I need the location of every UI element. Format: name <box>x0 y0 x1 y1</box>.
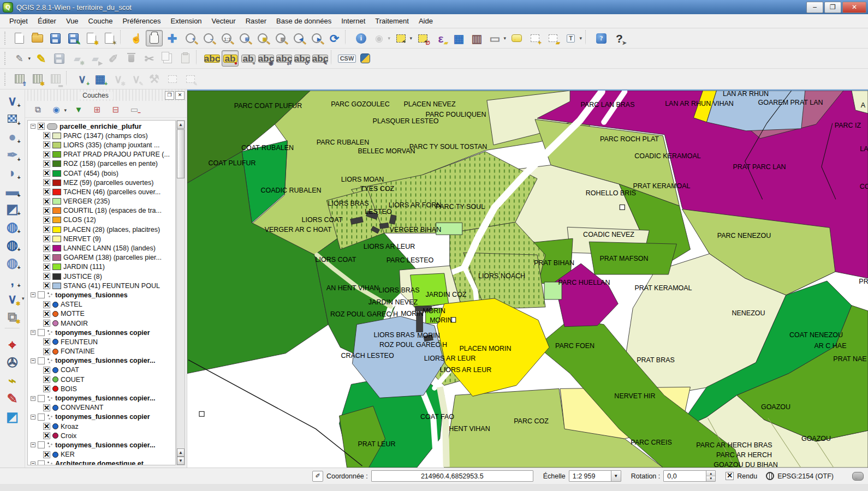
csw-catalog-button[interactable]: CSW <box>338 50 355 67</box>
layer-tree-row[interactable]: ✕ PARC (1347) (champs clos) <box>29 131 175 140</box>
zoom-last-button[interactable]: ◀ <box>290 30 307 46</box>
layer-tree-row[interactable]: toponymes_fusionnes copier... <box>29 393 175 403</box>
scroll-down-button[interactable]: ▼ <box>177 457 185 465</box>
new-print-composer-button[interactable]: ✱ <box>83 30 100 46</box>
remove-layer-button[interactable]: ▭ − <box>127 102 142 116</box>
zoom-native-button[interactable]: 1:1 <box>218 30 235 46</box>
paste-features-button[interactable] <box>177 50 194 67</box>
vector-edit-tool-button[interactable]: ∨ ✎ <box>128 71 145 87</box>
manage-visibility-button[interactable]: ◉ <box>49 102 64 116</box>
layer-tree-row[interactable]: ✕ COUET <box>29 375 175 384</box>
current-edits-button[interactable]: ✎ <box>11 50 28 67</box>
scroll-thumb[interactable] <box>177 129 185 178</box>
layer-checkbox[interactable]: ✕ <box>43 432 50 439</box>
layer-tree-row[interactable]: ✕ MEZ (59) (parcelles ouvertes) <box>29 178 175 187</box>
expander-icon[interactable] <box>31 396 35 401</box>
layer-tree-row[interactable]: Architecture domestique et ... <box>29 459 175 465</box>
layers-scrollbar[interactable]: ▲ ▲ ▼ <box>176 120 185 465</box>
layer-checkbox[interactable]: ✕ <box>43 282 50 289</box>
menu-item[interactable]: Éditer <box>33 15 61 27</box>
add-postgis-layer-button[interactable]: ● + <box>3 128 22 145</box>
layer-tree-row[interactable]: ✕ LIORS (335) (champ jouxtant ... <box>29 140 175 149</box>
select-by-expression-button[interactable]: ε ▰ <box>432 30 449 46</box>
copy-features-button[interactable] <box>159 50 176 67</box>
label-pin-button[interactable]: ab ● <box>222 50 239 67</box>
layer-checkbox[interactable] <box>38 395 45 402</box>
layer-checkbox[interactable]: ✕ <box>43 179 50 186</box>
refresh-map-button[interactable]: ⟳ <box>326 30 343 46</box>
select-features-button[interactable] <box>393 30 409 46</box>
layer-tree-row[interactable]: ✕ KER <box>29 450 175 459</box>
page-tool-button[interactable] <box>164 71 181 87</box>
layer-tree-row[interactable]: ✕ COAT <box>29 366 175 375</box>
menu-item[interactable]: Vue <box>61 15 84 27</box>
georeferencer-button[interactable]: ⧉ ✱ <box>3 308 22 325</box>
change-label-button[interactable]: abc ✎ <box>312 50 329 67</box>
touch-zoom-button[interactable]: ☝ <box>128 30 145 46</box>
sketch-tool-button[interactable]: ✎ <box>3 390 22 407</box>
layer-tree-row[interactable]: toponymes_fusionnes copier <box>29 412 175 422</box>
layer-checkbox[interactable]: ✕ <box>43 207 50 214</box>
layer-checkbox[interactable]: ✕ <box>43 170 50 177</box>
python-console-button[interactable] <box>356 50 373 67</box>
layer-tree-row[interactable]: ✕ CONVENANT <box>29 403 175 412</box>
layer-tree-row[interactable]: ✕ COURTIL (18) (espaces de tra... <box>29 206 175 215</box>
scale-combo[interactable]: 1:2 959 ▼ <box>569 470 621 482</box>
menu-item[interactable]: Préférences <box>117 15 165 27</box>
raster-stretch-button[interactable]: ▂ <box>47 71 64 87</box>
open-project-button[interactable] <box>29 30 46 46</box>
statistics-button[interactable]: ▥ <box>468 30 485 46</box>
expand-all-button[interactable]: ⊞ <box>90 102 105 116</box>
attribute-table-button[interactable]: ▦ <box>450 30 467 46</box>
menu-item[interactable]: Traitement <box>370 15 414 27</box>
layer-tree-row[interactable]: ✕ MANOIR <box>29 319 175 328</box>
layer-tree-row[interactable]: ✕ NERVET (9) <box>29 234 175 243</box>
menu-item[interactable]: Vecteur <box>207 15 241 27</box>
layer-tree-row[interactable]: ✕ STANG (41) FEUNTEUN POUL <box>29 281 175 290</box>
layer-tree-row[interactable]: ✕ COAT (454) (bois) <box>29 169 175 178</box>
clip-raster-tool-button[interactable]: ▦ + <box>92 71 109 87</box>
messages-balloon-icon[interactable] <box>852 472 864 481</box>
layer-checkbox[interactable] <box>38 414 45 421</box>
layer-checkbox[interactable]: ✕ <box>43 264 50 271</box>
zoom-full-extent-button[interactable]: ⊞ <box>236 30 253 46</box>
layer-tree-row[interactable]: ✕ LANNEC LANN (158) (landes) <box>29 243 175 253</box>
maximize-button[interactable]: ❐ <box>824 2 841 13</box>
expander-icon[interactable] <box>31 358 35 363</box>
pan-map-button[interactable] <box>146 30 163 46</box>
layer-tree-row[interactable]: ✕ MOTTE <box>29 309 175 319</box>
layer-checkbox[interactable] <box>38 460 45 465</box>
layer-checkbox[interactable] <box>38 357 45 364</box>
zoom-to-selection-button[interactable]: ▣ <box>254 30 271 46</box>
layer-tree-row[interactable]: ✕ JARDIN (111) <box>29 262 175 272</box>
add-oracle-layer-button[interactable]: ▬ + <box>3 182 22 199</box>
layer-tree-row[interactable]: ✕ JUSTICE (8) <box>29 272 175 281</box>
node-tool-button[interactable]: ✐ <box>105 50 122 67</box>
layer-labeling-button[interactable]: abc <box>204 50 221 67</box>
panel-float-button[interactable]: ❐ <box>165 91 174 100</box>
add-group-button[interactable]: ⧉ <box>30 102 45 116</box>
menu-item[interactable]: Projet <box>4 15 33 27</box>
scale-dropdown-icon[interactable]: ▼ <box>611 471 621 481</box>
new-project-button[interactable] <box>11 30 28 46</box>
menu-item[interactable]: Couche <box>84 15 118 27</box>
layer-checkbox[interactable]: ✕ <box>43 226 50 233</box>
layer-checkbox[interactable]: ✕ <box>43 245 50 252</box>
layer-checkbox[interactable]: ✕ <box>43 254 50 261</box>
layer-tree-row[interactable]: ✕ GOAREM (138) (parcelles pier... <box>29 253 175 262</box>
rotate-label-button[interactable]: abc ⟳ <box>294 50 311 67</box>
zoom-next-button[interactable]: ▶ <box>308 30 325 46</box>
raster-histogram-button[interactable]: ⇧ <box>11 71 28 87</box>
layer-tree-row[interactable]: ✕ FONTAINE <box>29 347 175 356</box>
run-feature-action-button[interactable]: ◉ <box>371 30 388 46</box>
layer-checkbox[interactable]: ✕ <box>43 310 50 318</box>
layer-checkbox[interactable] <box>38 441 45 448</box>
layer-tree-row[interactable]: ✕ CLOS (12) <box>29 215 175 225</box>
layer-tree-row[interactable]: ✕ VERGER (235) <box>29 197 175 206</box>
layer-checkbox[interactable]: ✕ <box>43 301 50 308</box>
layer-checkbox[interactable]: ✕ <box>43 348 50 355</box>
layer-checkbox[interactable]: ✕ <box>43 376 50 383</box>
add-feature-button[interactable]: ▰ ✱ <box>69 50 86 67</box>
layer-tree-row[interactable]: ✕ TACHEN (46) (parcelles ouver... <box>29 187 175 196</box>
layer-checkbox[interactable]: ✕ <box>43 132 50 139</box>
